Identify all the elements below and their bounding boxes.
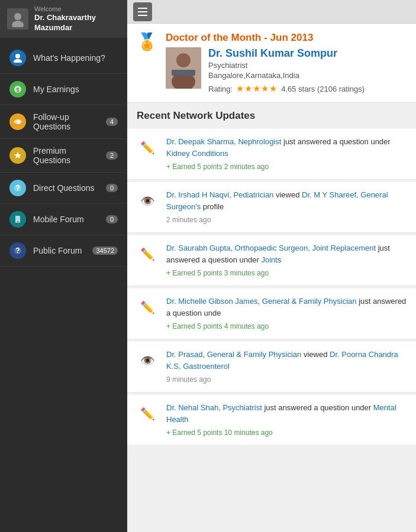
sidebar-header: Welcome Dr. Chakravarthy Mazumdar xyxy=(0,0,127,38)
update-icon-wrap: ✏️ xyxy=(137,137,158,158)
svg-point-14 xyxy=(176,53,191,67)
follow-up-icon xyxy=(9,113,26,130)
hamburger-icon xyxy=(138,8,147,16)
pencil-icon: ✏️ xyxy=(140,247,154,261)
topbar xyxy=(127,0,416,24)
update-text: Dr. Prasad, General & Family Physician v… xyxy=(166,349,407,385)
doctor-location: Bangalore,Karnataka,India xyxy=(208,71,365,80)
pencil-icon: ✏️ xyxy=(140,141,154,155)
earned-points: + Earned 5 points 3 minutes ago xyxy=(166,268,407,278)
sidebar-item-premium[interactable]: Premium Questions 2 xyxy=(0,139,127,173)
public-forum-badge: 34572 xyxy=(92,246,118,255)
rating-stars: ★★★★★ xyxy=(236,83,278,94)
update-item: ✏️ Dr. Nehal Shah, Psychiatrist just ans… xyxy=(127,395,416,446)
link-topic[interactable]: Kidney Conditions xyxy=(166,149,228,158)
link-doctor[interactable]: Dr. Nehal Shah, Psychiatrist xyxy=(166,403,262,412)
recent-updates-title: Recent Network Updates xyxy=(127,103,416,129)
update-item: ✏️ Dr. Michelle Gibson James, General & … xyxy=(127,288,416,339)
update-text: Dr. Michelle Gibson James, General & Fam… xyxy=(166,296,407,332)
sidebar-item-label: Premium Questions xyxy=(33,146,99,165)
doctor-specialty: Psychiatrist xyxy=(208,61,365,70)
mobile-forum-icon xyxy=(9,211,26,228)
sidebar-item-label: Direct Questions xyxy=(33,183,99,193)
update-item: ✏️ Dr. Deepak Sharma, Nephrologist just … xyxy=(127,129,416,180)
link-topic[interactable]: Joints xyxy=(261,255,281,264)
update-text: Dr. Deepak Sharma, Nephrologist just ans… xyxy=(166,136,407,172)
update-time: 2 minutes ago xyxy=(166,215,407,225)
sidebar-item-my-earnings[interactable]: $ My Earnings xyxy=(0,74,127,105)
earned-points: + Earned 5 points 4 minutes ago xyxy=(166,321,407,332)
sidebar-item-public-forum[interactable]: ? Public Forum 34572 xyxy=(0,235,127,267)
update-text: Dr. Irshad H Naqvi, Pediatrician viewed … xyxy=(166,189,407,225)
direct-badge: 0 xyxy=(106,184,118,192)
sidebar-item-follow-up[interactable]: Follow-up Questions 4 xyxy=(0,105,127,139)
svg-text:$: $ xyxy=(16,87,19,93)
update-icon-wrap: 👁️ xyxy=(137,350,158,371)
sidebar-item-whats-happening[interactable]: What's Happening? xyxy=(0,43,127,74)
doctor-month-title: Doctor of the Month - Jun 2013 xyxy=(166,32,365,44)
earnings-icon: $ xyxy=(9,81,26,98)
svg-marker-6 xyxy=(14,152,21,158)
rating-label: Rating: xyxy=(208,85,233,93)
doctor-info: Dr. Sushil Kumar Sompur Psychiatrist Ban… xyxy=(208,47,365,94)
sidebar-item-label: What's Happening? xyxy=(33,53,118,63)
sidebar-nav: What's Happening? $ My Earnings Follow-u… xyxy=(0,38,127,532)
update-time: 9 minutes ago xyxy=(166,374,407,385)
update-item: 👁️ Dr. Irshad H Naqvi, Pediatrician view… xyxy=(127,182,416,233)
main-content: 🏅 Doctor of the Month - Jun 2013 Dr. Sus… xyxy=(127,0,416,532)
update-item: 👁️ Dr. Prasad, General & Family Physicia… xyxy=(127,342,416,392)
mobile-forum-badge: 0 xyxy=(106,215,118,223)
eye-icon: 👁️ xyxy=(140,194,154,208)
svg-text:?: ? xyxy=(15,246,20,255)
public-forum-icon: ? xyxy=(9,242,26,259)
link-doctor[interactable]: Dr. Michelle Gibson James, General & Fam… xyxy=(166,297,357,306)
update-text: Dr. Saurabh Gupta, Orthopaedic Surgeon, … xyxy=(166,242,407,278)
svg-point-2 xyxy=(15,54,20,59)
link-doctor[interactable]: Dr. Deepak Sharma, Nephrologist xyxy=(166,137,281,146)
link-doctor[interactable]: Dr. Prasad, General & Family Physician xyxy=(166,350,301,359)
update-icon-wrap: ✏️ xyxy=(137,403,158,424)
link-doctor[interactable]: Dr. Saurabh Gupta, Orthopaedic Surgeon, … xyxy=(166,244,376,252)
sidebar-item-label: Mobile Forum xyxy=(33,215,99,224)
svg-rect-10 xyxy=(17,222,19,222)
avatar xyxy=(7,8,28,30)
doctor-name: Dr. Sushil Kumar Sompur xyxy=(208,47,365,60)
pencil-icon: ✏️ xyxy=(140,407,154,421)
update-text: Dr. Nehal Shah, Psychiatrist just answer… xyxy=(166,402,407,438)
sidebar-item-label: Public Forum xyxy=(33,246,85,255)
award-icon: 🏅 xyxy=(137,32,157,51)
earned-points: + Earned 5 points 2 minutes ago xyxy=(166,161,407,172)
rating-text: 4.65 stars (2106 ratings) xyxy=(281,85,365,93)
menu-button[interactable] xyxy=(133,2,152,21)
premium-icon xyxy=(9,147,26,164)
svg-rect-16 xyxy=(172,70,195,76)
doctor-rating: Rating: ★★★★★ 4.65 stars (2106 ratings) xyxy=(208,83,365,94)
svg-point-0 xyxy=(14,13,21,20)
link-doctor[interactable]: Dr. Irshad H Naqvi, Pediatrician xyxy=(166,190,273,199)
eye-icon: 👁️ xyxy=(140,353,154,368)
update-icon-wrap: ✏️ xyxy=(137,244,158,265)
sidebar-item-label: Follow-up Questions xyxy=(33,112,99,131)
svg-point-1 xyxy=(12,21,24,27)
update-item: ✏️ Dr. Saurabh Gupta, Orthopaedic Surgeo… xyxy=(127,235,416,286)
update-icon-wrap: ✏️ xyxy=(137,297,158,318)
doctor-photo xyxy=(166,47,201,89)
sidebar-item-direct[interactable]: ? Direct Questions 0 xyxy=(0,173,127,204)
update-icon-wrap: 👁️ xyxy=(137,190,158,212)
whats-happening-icon xyxy=(9,50,26,66)
doctor-month-info: Doctor of the Month - Jun 2013 Dr. Sushi… xyxy=(166,32,365,94)
pencil-icon: ✏️ xyxy=(140,300,154,314)
user-name: Dr. Chakravarthy Mazumdar xyxy=(34,13,120,33)
doctor-of-month-card: 🏅 Doctor of the Month - Jun 2013 Dr. Sus… xyxy=(127,24,416,103)
sidebar-item-label: My Earnings xyxy=(33,85,118,94)
welcome-label: Welcome xyxy=(34,5,120,13)
svg-text:?: ? xyxy=(15,184,20,192)
premium-badge: 2 xyxy=(106,151,118,160)
direct-icon: ? xyxy=(9,180,26,196)
earned-points: + Earned 5 points 10 minutes ago xyxy=(166,427,407,438)
sidebar-item-mobile-forum[interactable]: Mobile Forum 0 xyxy=(0,204,127,235)
follow-up-badge: 4 xyxy=(106,118,118,126)
svg-point-3 xyxy=(14,59,22,63)
sidebar: Welcome Dr. Chakravarthy Mazumdar What's… xyxy=(0,0,127,532)
